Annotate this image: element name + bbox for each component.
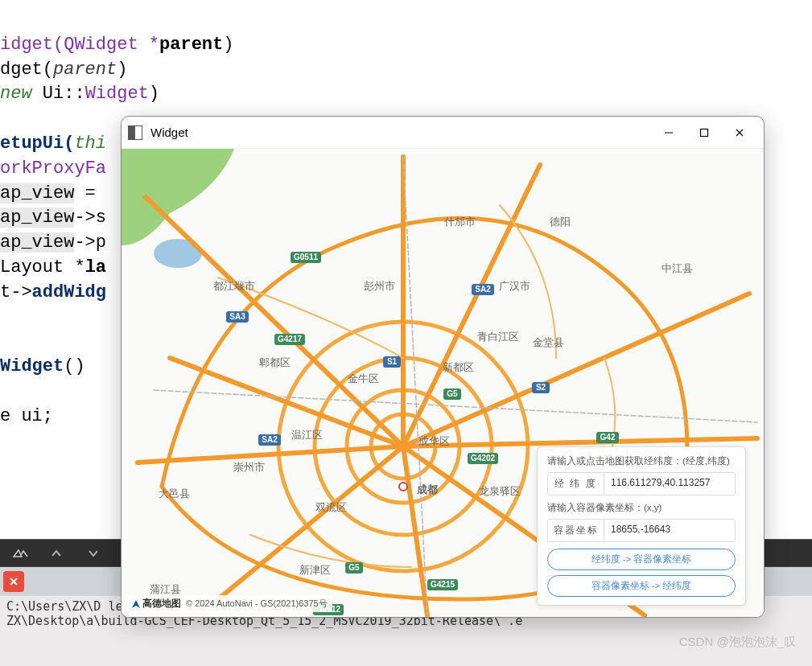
app-icon [128, 125, 142, 140]
shield: SA2 [258, 434, 281, 446]
shield: G5 [345, 562, 363, 574]
svg-text:S1: S1 [387, 357, 398, 366]
build-icon[interactable] [3, 541, 35, 565]
city-label-chengdu: 成都 [416, 483, 438, 495]
pixel-to-lnglat-button[interactable]: 容器像素坐标 -> 经纬度 [547, 575, 736, 597]
pixel-row: 容器坐标 18655,-16643 [547, 519, 736, 542]
map-label: 成华区 [418, 435, 450, 447]
svg-text:G4215: G4215 [431, 580, 455, 589]
city-dot-chengdu [399, 483, 407, 491]
map-label: 都江堰市 [213, 280, 255, 292]
maximize-button[interactable] [686, 121, 722, 145]
map-label: 什邡市 [443, 216, 476, 228]
map-label: 金牛区 [348, 372, 379, 384]
watermark: CSDN @泡泡泡沫_叹 [679, 635, 796, 650]
titlebar[interactable]: Widget [122, 117, 764, 149]
svg-text:SA3: SA3 [229, 312, 245, 321]
shield: SA2 [472, 284, 494, 295]
map-label: 蒲江县 [150, 583, 181, 595]
coord-hint-lnglat: 请输入或点击地图获取经纬度：(经度,纬度) [547, 455, 736, 467]
shield: S1 [383, 356, 401, 368]
close-button[interactable] [722, 121, 757, 145]
svg-text:G5: G5 [348, 563, 360, 572]
svg-text:G4202: G4202 [471, 454, 495, 462]
map-label: 金堂县 [533, 336, 564, 348]
pixel-input[interactable]: 18655,-16643 [604, 520, 735, 541]
map-label: 彭州市 [364, 280, 395, 292]
map-label: 温江区 [291, 429, 323, 441]
svg-text:S2: S2 [536, 383, 546, 392]
road [138, 446, 403, 462]
svg-text:G0511: G0511 [294, 253, 318, 261]
map-attribution: 高德地图 © 2024 AutoNavi - GS(2021)6375号 [126, 595, 332, 612]
map-label: 郫都区 [259, 356, 291, 368]
pixel-label: 容器坐标 [548, 520, 604, 541]
shield: S2 [532, 382, 550, 393]
lnglat-to-pixel-button[interactable]: 经纬度 -> 容器像素坐标 [547, 549, 736, 570]
map-label: 大邑县 [159, 487, 190, 500]
map-copyright: © 2024 AutoNavi - GS(2021)6375号 [186, 598, 328, 610]
down-icon[interactable] [77, 541, 109, 565]
lnglat-row: 经 纬 度 116.611279,40.113257 [547, 472, 736, 495]
map-label: 德阳 [550, 216, 571, 228]
map-label: 双流区 [315, 501, 347, 513]
svg-text:G4217: G4217 [278, 335, 302, 343]
shield: G4215 [427, 579, 458, 590]
window-title: Widget [150, 125, 651, 139]
shield: G0511 [291, 252, 321, 263]
widget-window: Widget [121, 116, 765, 618]
shield: G42 [596, 432, 619, 443]
svg-rect-0 [701, 129, 708, 136]
amap-logo: 高德地图 [131, 597, 181, 610]
svg-text:SA2: SA2 [475, 285, 491, 294]
map-label: 龙泉驿区 [479, 485, 521, 497]
shield: G4217 [274, 334, 305, 345]
shield: G4202 [468, 453, 498, 464]
close-tab-icon[interactable] [3, 571, 24, 592]
map-label: 新都区 [443, 361, 474, 373]
code-token: idget(QWidget * [0, 35, 159, 55]
shield: SA3 [226, 311, 249, 323]
coord-panel: 请输入或点击地图获取经纬度：(经度,纬度) 经 纬 度 116.611279,4… [537, 446, 746, 606]
map-label: 广汉市 [499, 280, 530, 292]
up-icon[interactable] [40, 541, 72, 565]
map-label: 青白江区 [477, 331, 519, 343]
coord-hint-pixel: 请输入容器像素坐标：(x,y) [547, 502, 736, 514]
shield: G5 [443, 388, 461, 400]
map-view[interactable]: 成都 成华区 金牛区 温江区 双流区 龙泉驿区 新都区 郫都区 都江堰市 崇州市… [122, 149, 764, 617]
svg-text:G5: G5 [447, 389, 458, 398]
lnglat-label: 经 纬 度 [548, 473, 604, 495]
lnglat-input[interactable]: 116.611279,40.113257 [604, 473, 735, 495]
map-label: 崇州市 [233, 461, 265, 473]
map-label: 新津区 [299, 564, 331, 576]
map-label: 中江县 [662, 262, 693, 274]
minimize-button[interactable] [651, 121, 686, 145]
svg-text:SA2: SA2 [262, 435, 278, 444]
svg-text:G42: G42 [600, 433, 616, 442]
road [403, 438, 757, 446]
